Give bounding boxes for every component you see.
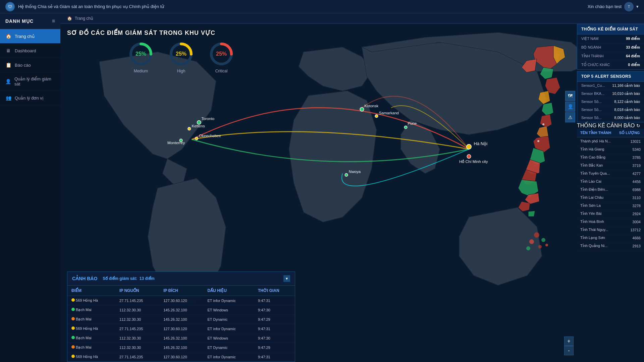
svg-point-9 bbox=[467, 155, 471, 159]
alert-dropdown-button[interactable]: ▾ bbox=[283, 275, 290, 282]
dashboard-icon: 🖥 bbox=[5, 48, 11, 54]
svg-text:Hà Nội: Hà Nội bbox=[474, 141, 487, 146]
user-info: Xin chào bạn test T ▾ bbox=[588, 2, 639, 11]
top5-sensor-value: 10,010 cảnh báo bbox=[612, 92, 640, 96]
top5-row: Sensor BKA...10,010 cảnh báo bbox=[577, 90, 644, 98]
tkbc-row[interactable]: Tỉnh Quảng Ni...2913 bbox=[577, 242, 644, 250]
zoom-out-button[interactable]: - bbox=[564, 346, 574, 355]
stats-row-value: 0 điểm bbox=[628, 63, 640, 67]
alert-tbody: 569 Hồng Hà 27.71.145.235 127.30.60.120 … bbox=[67, 296, 295, 362]
svg-text:Pune: Pune bbox=[408, 121, 417, 125]
gauge-medium-percent: 25% bbox=[136, 51, 146, 57]
menu-toggle-icon[interactable]: ≡ bbox=[52, 18, 55, 24]
alert-table-row[interactable]: 569 Hồng Hà 27.71.145.235 127.30.60.120 … bbox=[67, 296, 295, 305]
tkbc-row[interactable]: Tỉnh Lai Châu3110 bbox=[577, 194, 644, 202]
tkbc-row[interactable]: Tỉnh Yên Bái2924 bbox=[577, 210, 644, 218]
gauge-high-circle: 25% bbox=[168, 41, 195, 67]
alert-table-header: ĐIỂMIP NGUỒNIP ĐÍCHDẤU HIỆUTHỜI GIAN bbox=[67, 286, 295, 296]
tkbc-province-name: Tỉnh Hà Giang bbox=[577, 145, 616, 154]
sidebar-item-dashboard-label: Dashboard bbox=[15, 48, 36, 53]
alert-table-row[interactable]: Bạch Mai 112.32.30.30 145.26.32.100 ET W… bbox=[67, 334, 295, 343]
alert-table-row[interactable]: Bạch Mai 112.32.30.30 145.26.32.100 ET W… bbox=[67, 305, 295, 315]
alert-dau-hieu: ET Dynamic bbox=[204, 343, 254, 352]
app-title: Hệ thống Chia sẻ và Giám sát an toàn thô… bbox=[18, 4, 588, 9]
alert-table: ĐIỂMIP NGUỒNIP ĐÍCHDẤU HIỆUTHỜI GIAN 569… bbox=[67, 286, 295, 362]
alert-dau-hieu: ET infor Dynamic bbox=[204, 324, 254, 334]
sidebar-title: DANH MỤC bbox=[5, 18, 34, 24]
sidebar-item-home[interactable]: 🏠 Trang chủ bbox=[0, 29, 60, 44]
stats-row-value: 64 điểm bbox=[626, 54, 640, 58]
tkbc-province-value: 3785 bbox=[616, 154, 644, 162]
tkbc-row[interactable]: Thành phố Hà N...13021 bbox=[577, 137, 644, 145]
alert-ip-src: 27.71.145.235 bbox=[115, 296, 159, 305]
gauge-high-percent: 25% bbox=[176, 51, 186, 57]
sidebar-item-report[interactable]: 📋 Báo cáo bbox=[0, 58, 60, 72]
tkbc-province-name: Tỉnh Hoà Bình bbox=[577, 218, 616, 226]
tkbc-row[interactable]: Tỉnh Điện Biên...6988 bbox=[577, 186, 644, 194]
svg-point-25 bbox=[345, 174, 348, 177]
svg-point-33 bbox=[542, 123, 544, 125]
tkbc-row[interactable]: Tỉnh Hà Giang5340 bbox=[577, 145, 644, 154]
alert-time: 9:47:31 bbox=[254, 352, 295, 362]
alert-dot bbox=[71, 326, 75, 330]
svg-text:Kotonsk: Kotonsk bbox=[364, 104, 378, 108]
zoom-in-button[interactable]: + bbox=[564, 337, 574, 346]
tkbc-province-name: Tỉnh Lai Châu bbox=[577, 194, 616, 202]
tkbc-province-name: Tỉnh Quảng Ni... bbox=[577, 242, 616, 250]
user-icon-btn[interactable]: 👤 bbox=[565, 102, 575, 112]
tkbc-province-value: 13021 bbox=[616, 137, 644, 145]
alert-ip-dst: 127.30.60.120 bbox=[159, 324, 203, 334]
tkbc-province-value: 3719 bbox=[616, 162, 644, 170]
dropdown-icon[interactable]: ▾ bbox=[636, 4, 639, 9]
alert-ip-src: 27.71.145.235 bbox=[115, 324, 159, 334]
stats-row: VIỆT NAM99 điểm bbox=[577, 35, 644, 43]
svg-text:Nwoya: Nwoya bbox=[349, 169, 361, 174]
alert-dot bbox=[71, 298, 75, 302]
sidebar-item-report-label: Báo cáo bbox=[15, 63, 31, 68]
monitor-icon: 👤 bbox=[5, 78, 11, 84]
sidebar-item-monitor[interactable]: 👤 Quản lý điểm giám sát bbox=[0, 72, 60, 91]
gauge-critical-percent: 25% bbox=[216, 51, 227, 57]
tkbc-row[interactable]: Tỉnh Bắc Kan3719 bbox=[577, 162, 644, 170]
gauge-medium-label: Medium bbox=[134, 69, 148, 73]
map-title: SƠ ĐỒ CÁC ĐIỂM GIÁM SÁT TRONG KHU VỰC bbox=[67, 29, 215, 37]
alert-icon-btn[interactable]: ⚠ bbox=[565, 112, 575, 122]
tkbc-row[interactable]: Tỉnh Lào Cai4456 bbox=[577, 178, 644, 186]
alert-header: CẢNH BÁO Số điểm giám sát: 13 điểm ▾ bbox=[67, 272, 295, 286]
tkbc-row[interactable]: Tỉnh Hoà Bình3004 bbox=[577, 218, 644, 226]
alert-time: 9:47:30 bbox=[254, 334, 295, 343]
stats-row-label: VIỆT NAM bbox=[581, 37, 598, 41]
tkbc-province-value: 4277 bbox=[616, 170, 644, 178]
tkbc-row[interactable]: Tỉnh Cao Bằng3785 bbox=[577, 154, 644, 162]
tkbc-province-name: Tỉnh Yên Bái bbox=[577, 210, 616, 218]
tkbc-province-value: 13712 bbox=[616, 226, 644, 234]
tkbc-col2: SỐ LƯỢNG bbox=[616, 129, 644, 137]
stats-row: TỔ CHỨC KHÁC0 điểm bbox=[577, 61, 644, 69]
top5-sensor-name: Sensor Sô... bbox=[581, 108, 614, 112]
alert-dot bbox=[71, 345, 75, 349]
tkbc-row[interactable]: Tỉnh Thái Nguy...13712 bbox=[577, 226, 644, 234]
sidebar-item-unit[interactable]: 👥 Quản lý đơn vị bbox=[0, 91, 60, 105]
main-layout: DANH MỤC ≡ 🏠 Trang chủ 🖥 Dashboard 📋 Báo… bbox=[0, 13, 644, 362]
tkbc-row[interactable]: Tỉnh Sơn La3278 bbox=[577, 202, 644, 210]
tkbc-refresh-icon[interactable]: ↻ bbox=[636, 123, 640, 128]
stats-title: THỐNG KÊ ĐIỂM GIÁM SÁT bbox=[577, 24, 644, 35]
tkbc-row[interactable]: Tỉnh Tuyên Qua...4277 bbox=[577, 170, 644, 178]
svg-point-15 bbox=[195, 137, 198, 140]
map-container: SƠ ĐỒ CÁC ĐIỂM GIÁM SÁT TRONG KHU VỰC 25… bbox=[60, 24, 644, 362]
alert-table-row[interactable]: Bạch Mai 112.32.30.30 145.26.32.100 ET D… bbox=[67, 343, 295, 352]
avatar[interactable]: T bbox=[624, 2, 634, 11]
alert-table-row[interactable]: 569 Hồng Hà 27.71.145.235 127.30.60.120 … bbox=[67, 324, 295, 334]
map-icon-btn[interactable]: 🗺 bbox=[565, 91, 575, 101]
tkbc-title-text: THỐNG KÊ CẢNH BÁO bbox=[577, 123, 635, 128]
alert-table-row[interactable]: 569 Hồng Hà 27.71.145.235 127.30.60.120 … bbox=[67, 352, 295, 362]
right-panel: THỐNG KÊ ĐIỂM GIÁM SÁT VIỆT NAM99 điểmBỘ… bbox=[577, 24, 644, 362]
tkbc-province-name: Tỉnh Lào Cai bbox=[577, 178, 616, 186]
stats-row: BỘ NGÀNH33 điểm bbox=[577, 43, 644, 52]
stats-row-value: 33 điểm bbox=[626, 45, 640, 50]
alert-col-header: IP ĐÍCH bbox=[159, 286, 203, 296]
alert-table-row[interactable]: Bạch Mai 112.32.30.30 145.26.32.100 ET D… bbox=[67, 315, 295, 324]
sidebar-item-dashboard[interactable]: 🖥 Dashboard bbox=[0, 44, 60, 58]
tkbc-row[interactable]: Tỉnh Lạng Sơn4666 bbox=[577, 234, 644, 242]
top5-row: Sensor Sô...8,000 cảnh báo bbox=[577, 114, 644, 122]
